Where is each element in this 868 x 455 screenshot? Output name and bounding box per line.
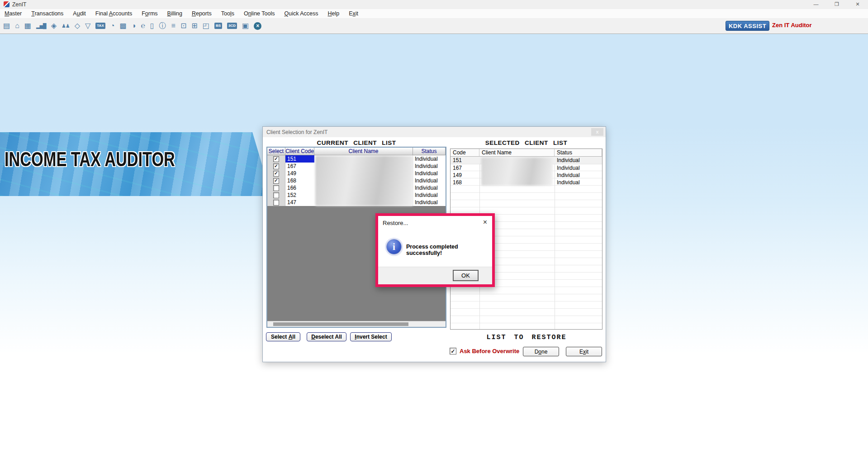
document-icon[interactable]: ▯	[150, 22, 154, 29]
row-checkbox[interactable]: ✓	[273, 178, 279, 184]
message-box-footer: OK	[378, 267, 492, 284]
menu-item-reports[interactable]: Reports	[192, 10, 212, 17]
menu-item-tools[interactable]: Tools	[221, 10, 234, 17]
minimize-button[interactable]: —	[806, 0, 826, 9]
menu-item-transactions[interactable]: Transactions	[31, 10, 63, 17]
redacted-client-names	[315, 156, 413, 206]
ask-before-overwrite-row: ✓ Ask Before Overwrite	[450, 348, 519, 354]
horizontal-scrollbar[interactable]	[267, 321, 446, 327]
row-checkbox[interactable]: ✓	[273, 156, 279, 162]
building-icon[interactable]: ▦	[24, 22, 31, 29]
dialog-title-bar: Client Selection for ZenIT x	[263, 127, 606, 137]
calculator-icon[interactable]: ▩	[119, 22, 126, 29]
selected-table-header: Code Client Name Status	[451, 149, 602, 157]
register-icon[interactable]: ▤	[3, 22, 10, 29]
menu-item-help[interactable]: Help	[328, 10, 340, 17]
status-cell: Individual	[413, 184, 446, 192]
epay-icon[interactable]: ℮	[141, 22, 145, 29]
dialog-close-button[interactable]: x	[591, 128, 603, 136]
globe-icon[interactable]: ◑	[132, 22, 136, 29]
restore-message-box: Restore... × i Process completed success…	[375, 213, 495, 287]
exit-button[interactable]: Exit	[566, 347, 602, 356]
report-icon[interactable]: ≡	[171, 22, 175, 29]
ask-before-overwrite-checkbox[interactable]: ✓	[450, 348, 456, 354]
code-cell: 149	[451, 172, 479, 179]
code-cell: 151	[451, 157, 479, 164]
client-code-cell[interactable]: 149	[285, 170, 314, 177]
window-controls: — ❐ ✕	[806, 0, 868, 9]
menu-bar: Master Transactions Audit Final Accounts…	[0, 9, 868, 18]
column-header-client-code[interactable]: Client Code	[285, 148, 314, 155]
menu-item-billing[interactable]: Billing	[167, 10, 182, 17]
toolbar: ▤ ⌂ ▦ ▂▅█ ◈ ♟♟ ◇ ▽ TAX ◔ ▩ ◑ ℮ ▯ ⓘ ≡ ⊡ ⊞…	[0, 18, 868, 34]
maximize-button[interactable]: ❐	[826, 0, 847, 9]
copy-doc-icon[interactable]: ▣	[242, 22, 249, 29]
current-client-list-heading: CURRENT CLIENT LIST	[266, 139, 446, 146]
info-circle-icon[interactable]: ⓘ	[159, 22, 166, 29]
close-button[interactable]: ✕	[847, 0, 868, 9]
status-cell: Individual	[555, 157, 602, 164]
ok-button[interactable]: OK	[453, 270, 479, 281]
menu-item-audit[interactable]: Audit	[73, 10, 86, 17]
scrollbar-thumb[interactable]	[273, 322, 408, 326]
select-all-button[interactable]: Select All	[266, 332, 300, 341]
deselect-all-button[interactable]: Deselect All	[307, 332, 346, 341]
kdk-assist-button[interactable]: KDK ASSIST	[726, 21, 769, 31]
done-button[interactable]: Done	[523, 347, 559, 356]
bs-badge-icon[interactable]: BS	[214, 23, 222, 29]
status-cell: Individual	[555, 172, 602, 179]
close-circle-icon[interactable]: ×	[254, 22, 261, 30]
code-cell: 168	[451, 179, 479, 186]
row-checkbox[interactable]: ✓	[273, 163, 279, 169]
row-checkbox[interactable]	[273, 192, 279, 198]
tag-icon[interactable]: ◇	[75, 22, 80, 29]
client-code-cell[interactable]: 147	[285, 199, 314, 206]
filter-icon[interactable]: ▽	[85, 22, 90, 29]
title-bar: ZenIT — ❐ ✕	[0, 0, 868, 9]
status-cell: Individual	[555, 164, 602, 172]
redacted-client-names	[481, 158, 553, 186]
group-icon[interactable]: ♟♟	[62, 24, 70, 29]
menu-item-quick-access[interactable]: Quick Access	[284, 10, 318, 17]
menu-item-forms[interactable]: Forms	[142, 10, 157, 17]
selected-client-list-heading: SELECTED CLIENT LIST	[450, 139, 602, 146]
column-header-status[interactable]: Status	[413, 148, 446, 155]
current-table-header: Select Client Code Client Name Status	[267, 148, 446, 155]
column-header-client-name[interactable]: Client Name	[479, 149, 555, 157]
column-header-status[interactable]: Status	[555, 149, 602, 157]
client-code-cell[interactable]: 151	[285, 155, 314, 163]
gift-icon[interactable]: ◈	[51, 22, 57, 29]
menu-item-final-accounts[interactable]: Final Accounts	[95, 10, 132, 17]
client-code-cell[interactable]: 152	[285, 192, 314, 199]
status-cell: Individual	[555, 179, 602, 186]
row-checkbox[interactable]	[273, 185, 279, 191]
tax-badge-icon[interactable]: TAX	[95, 23, 105, 29]
bar-chart-icon[interactable]: ▂▅█	[36, 24, 46, 29]
column-header-client-name[interactable]: Client Name	[314, 148, 413, 155]
message-box-text: Process completed successfully!	[406, 244, 492, 256]
row-checkbox[interactable]	[273, 200, 279, 206]
column-header-select[interactable]: Select	[267, 148, 285, 155]
client-code-cell[interactable]: 168	[285, 177, 314, 184]
3cd-badge-icon[interactable]: 3CD	[227, 23, 237, 29]
client-code-cell[interactable]: 167	[285, 163, 314, 170]
menu-item-online-tools[interactable]: Online Tools	[244, 10, 275, 17]
calendar-icon[interactable]: ⊞	[191, 22, 197, 29]
list-to-restore-label: LIST TO RESTORE	[450, 334, 603, 341]
folder-search-icon[interactable]: ◰	[203, 22, 209, 29]
message-box-title: Restore...	[383, 220, 408, 226]
info-icon: i	[386, 239, 402, 254]
client-code-cell[interactable]: 166	[285, 184, 314, 192]
status-cell: Individual	[413, 163, 446, 170]
column-header-code[interactable]: Code	[451, 149, 479, 157]
message-box-close-icon[interactable]: ×	[483, 218, 487, 226]
menu-item-master[interactable]: Master	[5, 10, 22, 17]
invert-select-button[interactable]: Invert Select	[350, 332, 392, 341]
home-icon[interactable]: ⌂	[15, 22, 19, 29]
note-icon[interactable]: ⊡	[180, 22, 186, 29]
row-checkbox[interactable]: ✓	[273, 171, 279, 177]
pie-chart-icon[interactable]: ◔	[110, 22, 115, 29]
status-cell: Individual	[413, 192, 446, 199]
menu-item-exit[interactable]: Exit	[349, 10, 358, 17]
status-cell: Individual	[413, 155, 446, 163]
